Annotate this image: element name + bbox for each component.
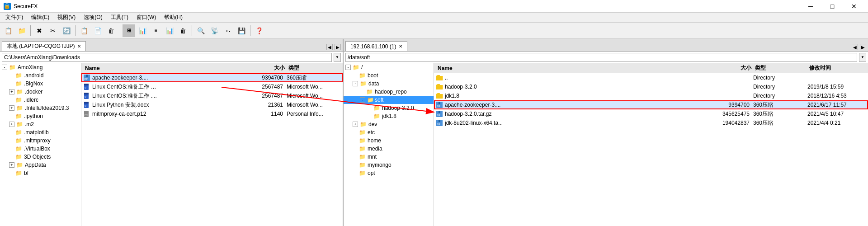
- tree-item-home[interactable]: 📁 home: [344, 137, 434, 145]
- tree-item-jdk18[interactable]: 📁 jdk1.8: [344, 112, 434, 120]
- right-file-row-5[interactable]: ZIP jdk-8u202-linux-x64.ta... 194042837 …: [434, 118, 868, 127]
- tree-item-hadoop-repo[interactable]: 📁 hadoop_repo: [344, 88, 434, 96]
- left-tree-pane[interactable]: - 📁 AmoXiang 📁 .android 📁 .BigNox: [0, 63, 81, 226]
- toolbar-btn-14[interactable]: 🔍: [194, 24, 207, 37]
- right-col-modified-header[interactable]: 修改时间: [807, 64, 866, 72]
- left-address-input[interactable]: [2, 53, 332, 62]
- toolbar-btn-9[interactable]: ⊞: [123, 24, 135, 37]
- right-file-row-0[interactable]: .. Directory: [434, 73, 868, 82]
- expand-icon[interactable]: -: [2, 65, 7, 70]
- right-tree-pane[interactable]: - 📁 / 📁 boot - 📁 data: [344, 63, 434, 226]
- left-tab-close[interactable]: ✕: [77, 44, 81, 49]
- left-file-row-0[interactable]: ZIP apache-zookeeper-3.... 9394700 360压缩: [81, 73, 343, 82]
- tree-item-hadoop32[interactable]: 📁 hadoop-3.2.0: [344, 104, 434, 112]
- toolbar-btn-8[interactable]: 🗑: [105, 24, 118, 37]
- toolbar-btn-11[interactable]: ≡: [150, 24, 162, 37]
- right-address-dropdown[interactable]: ▼: [859, 53, 866, 62]
- tree-item-idlerc[interactable]: 📁 .idlerc: [0, 96, 81, 104]
- tree-item-root[interactable]: - 📁 /: [344, 63, 434, 71]
- toolbar-btn-18[interactable]: ❓: [253, 24, 265, 37]
- toolbar-btn-15[interactable]: 📡: [208, 24, 221, 37]
- toolbar-btn-3[interactable]: ✖: [33, 24, 46, 37]
- toolbar-btn-17[interactable]: 💾: [235, 24, 248, 37]
- tree-item-soft[interactable]: - 📁 soft: [344, 96, 434, 104]
- toolbar-btn-12[interactable]: 📊: [163, 24, 176, 37]
- toolbar-btn-1[interactable]: 📋: [2, 24, 14, 37]
- left-tab-prev[interactable]: ◀: [326, 44, 333, 50]
- expand-icon[interactable]: -: [360, 97, 365, 103]
- tree-item-mnt[interactable]: 📁 mnt: [344, 153, 434, 161]
- expand-icon[interactable]: +: [9, 122, 14, 127]
- tree-label: .android: [24, 72, 43, 79]
- tree-item-opt[interactable]: 📁 opt: [344, 169, 434, 177]
- menu-options[interactable]: 选项(O): [80, 13, 106, 22]
- left-file-row-4[interactable]: PFX mitmproxy-ca-cert.p12 1140 Personal …: [81, 109, 343, 118]
- right-tab-close[interactable]: ✕: [399, 44, 402, 49]
- toolbar-btn-13[interactable]: 🗑: [177, 24, 189, 37]
- toolbar-sep-3: [120, 25, 120, 36]
- toolbar-btn-5[interactable]: 🔄: [60, 24, 73, 37]
- right-col-type-header[interactable]: 类型: [753, 64, 807, 72]
- col-type-header[interactable]: 类型: [287, 64, 341, 72]
- tree-item-boot[interactable]: 📁 boot: [344, 71, 434, 80]
- expand-icon[interactable]: -: [345, 65, 351, 70]
- toolbar-btn-6[interactable]: 📋: [78, 24, 90, 37]
- toolbar-btn-2[interactable]: 📁: [15, 24, 28, 37]
- tree-item-bignox[interactable]: 📁 .BigNox: [0, 80, 81, 88]
- right-tab[interactable]: 192.168.61.100 (1) ✕: [345, 41, 407, 51]
- tree-item-matplotlib[interactable]: 📁 .matplotlib: [0, 128, 81, 137]
- right-tab-next[interactable]: ▶: [860, 44, 866, 50]
- col-size-header[interactable]: 大小: [250, 64, 287, 72]
- toolbar-btn-7[interactable]: 📄: [91, 24, 104, 37]
- left-file-row-2[interactable]: W Linux CentOS:准备工作 .... 2567487 Microso…: [81, 91, 343, 100]
- folder-icon-2: [436, 92, 443, 99]
- tree-item-mitmproxy[interactable]: 📁 .mitmproxy: [0, 137, 81, 145]
- maximize-button[interactable]: □: [822, 0, 843, 13]
- toolbar-btn-10[interactable]: 📊: [136, 24, 149, 37]
- tree-item-bf[interactable]: 📁 bf: [0, 169, 81, 177]
- tree-item-appdata[interactable]: + 📁 AppData: [0, 161, 81, 169]
- left-file-row-1[interactable]: W Linux CentOS:准备工作 … 2567487 Microsoft …: [81, 82, 343, 91]
- tree-item-media[interactable]: 📁 media: [344, 145, 434, 153]
- tree-item-virtualbox[interactable]: 📁 .VirtualBox: [0, 145, 81, 153]
- menu-tools[interactable]: 工具(T): [107, 13, 132, 22]
- expand-icon[interactable]: +: [9, 89, 14, 94]
- left-address-dropdown[interactable]: ▼: [334, 53, 341, 62]
- menu-help[interactable]: 帮助(H): [160, 13, 186, 22]
- tree-item-3dobjects[interactable]: 📁 3D Objects: [0, 153, 81, 161]
- right-tab-prev[interactable]: ◀: [852, 44, 858, 50]
- toolbar-btn-16[interactable]: 🗝: [222, 24, 234, 37]
- right-col-name-header[interactable]: Name: [436, 65, 717, 71]
- expand-icon[interactable]: +: [9, 162, 14, 168]
- tree-item-docker[interactable]: + 📁 .docker: [0, 88, 81, 96]
- col-name-header[interactable]: Name: [83, 65, 250, 71]
- right-file-row-4[interactable]: ZIP hadoop-3.2.0.tar.gz 345625475 360压缩 …: [434, 109, 868, 118]
- right-file-row-1[interactable]: hadoop-3.2.0 Directory 2019/1/8 15:59: [434, 82, 868, 91]
- tree-item-mymongo[interactable]: 📁 mymongo: [344, 161, 434, 169]
- expand-icon[interactable]: -: [353, 81, 358, 86]
- menu-file[interactable]: 文件(F): [2, 13, 27, 22]
- tree-item-dev[interactable]: + 📁 dev: [344, 120, 434, 128]
- right-address-input[interactable]: [345, 53, 857, 62]
- close-button[interactable]: ✕: [844, 0, 864, 13]
- tree-item-amoxiang[interactable]: - 📁 AmoXiang: [0, 63, 81, 71]
- right-file-row-3[interactable]: ZIP apache-zookeeper-3.... 9394700 360压缩…: [434, 100, 868, 109]
- minimize-button[interactable]: ─: [800, 0, 821, 13]
- right-col-size-header[interactable]: 大小: [717, 64, 753, 72]
- tree-item-data[interactable]: - 📁 data: [344, 80, 434, 88]
- menu-edit[interactable]: 编辑(E): [28, 13, 53, 22]
- menu-view[interactable]: 视图(V): [54, 13, 79, 22]
- toolbar-btn-4[interactable]: ✂: [47, 24, 59, 37]
- tree-item-ipython[interactable]: 📁 .ipython: [0, 112, 81, 120]
- tree-item-m2[interactable]: + 📁 .m2: [0, 120, 81, 128]
- menu-window[interactable]: 窗口(W): [133, 13, 160, 22]
- left-file-row-3[interactable]: W Linux Python 安装.docx 21361 Microsoft W…: [81, 100, 343, 109]
- left-tab-next[interactable]: ▶: [335, 44, 341, 50]
- left-tab[interactable]: 本地 (LAPTOP-CQGGTJJP) ✕: [2, 41, 86, 51]
- expand-icon[interactable]: +: [353, 122, 358, 127]
- expand-icon[interactable]: +: [9, 105, 14, 111]
- right-file-row-2[interactable]: jdk1.8 Directory 2018/12/16 4:53: [434, 91, 868, 100]
- tree-item-etc[interactable]: 📁 etc: [344, 128, 434, 137]
- tree-item-android[interactable]: 📁 .android: [0, 71, 81, 80]
- tree-item-intellij[interactable]: + 📁 .IntelliJIdea2019.3: [0, 104, 81, 112]
